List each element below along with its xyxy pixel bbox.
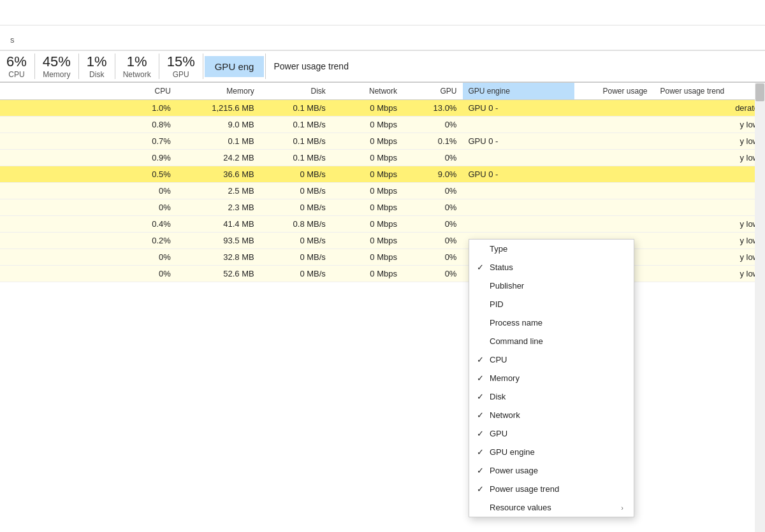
- table-row[interactable]: 0.4%41.4 MB0.8 MB/s0 Mbps0%y low: [0, 216, 765, 233]
- menu-item-label: Power usage trend: [490, 484, 623, 494]
- table-cell: [574, 117, 654, 133]
- table-row[interactable]: 0.9%24.2 MB0.1 MB/s0 Mbps0%y low: [0, 150, 765, 166]
- table-cell: 0 Mbps: [332, 233, 404, 249]
- context-menu-item-resourcevalues[interactable]: Resource values›: [469, 498, 634, 517]
- context-menu-item-pid[interactable]: PID: [469, 295, 634, 313]
- table-cell: 0.4%: [123, 216, 177, 233]
- close-button[interactable]: [736, 0, 765, 25]
- table-row[interactable]: 0.8%9.0 MB0.1 MB/s0 Mbps0%y low: [0, 117, 765, 133]
- table-cell: [0, 216, 123, 233]
- table-cell: [574, 100, 654, 117]
- col-header-cpu[interactable]: CPU: [123, 83, 177, 100]
- col-header-disk[interactable]: Disk: [261, 83, 332, 100]
- table-cell: [0, 199, 123, 216]
- maximize-button[interactable]: [706, 0, 736, 25]
- context-menu-item-memory[interactable]: ✓Memory: [469, 369, 634, 387]
- context-menu-item-gpuengine[interactable]: ✓GPU engine: [469, 443, 634, 461]
- tabbar: s: [0, 25, 765, 51]
- check-icon: ✓: [477, 484, 490, 494]
- table-cell: 1,215.6 MB: [177, 100, 261, 117]
- table-cell: y low: [654, 266, 766, 282]
- col-header-name[interactable]: [0, 83, 123, 100]
- col-header-powertrend[interactable]: Power usage trend: [654, 83, 766, 100]
- menu-item-label: GPU: [490, 429, 623, 438]
- table-cell: 0%: [404, 216, 463, 233]
- table-cell: derate: [654, 100, 766, 117]
- table-cell: 0 MB/s: [261, 266, 332, 282]
- table-row[interactable]: 0%32.8 MB0 MB/s0 Mbps0%y low: [0, 249, 765, 266]
- summary-network: 1% Network: [117, 54, 157, 79]
- table-cell: y low: [654, 216, 766, 233]
- main-area: 6% CPU 45% Memory 1% Disk 1% Network 15%…: [0, 51, 765, 532]
- divider-3: [115, 54, 115, 79]
- table-row[interactable]: 0%2.3 MB0 MB/s0 Mbps0%: [0, 199, 765, 216]
- scrollbar[interactable]: [755, 83, 765, 532]
- menu-item-label: Disk: [490, 392, 623, 401]
- check-icon: ✓: [477, 429, 490, 438]
- context-menu-item-cpu[interactable]: ✓CPU: [469, 350, 634, 369]
- table-row[interactable]: 0%2.5 MB0 MB/s0 Mbps0%: [0, 183, 765, 199]
- table-row[interactable]: 0%52.6 MB0 MB/s0 Mbps0%y low: [0, 266, 765, 282]
- context-menu: Type✓StatusPublisherPIDProcess nameComma…: [469, 239, 634, 517]
- table-cell: 36.6 MB: [177, 166, 261, 183]
- col-header-powerusage[interactable]: Power usage: [574, 83, 654, 100]
- summary-powertrend: Power usage trend: [267, 61, 355, 71]
- table-cell: 0.8%: [123, 117, 177, 133]
- check-icon: ✓: [477, 410, 490, 420]
- scrollbar-thumb[interactable]: [755, 83, 764, 101]
- check-icon: ✓: [477, 373, 490, 383]
- table-row[interactable]: 0.5%36.6 MB0 MB/s0 Mbps9.0%GPU 0 -: [0, 166, 765, 183]
- table-row[interactable]: 0.7%0.1 MB0.1 MB/s0 Mbps0.1%GPU 0 -y low: [0, 133, 765, 150]
- menu-item-label: PID: [490, 299, 623, 309]
- context-menu-item-type[interactable]: Type: [469, 240, 634, 258]
- context-menu-item-network[interactable]: ✓Network: [469, 406, 634, 424]
- table-cell: 0%: [123, 183, 177, 199]
- table-cell: 0 Mbps: [332, 117, 404, 133]
- context-menu-item-commandline[interactable]: Command line: [469, 332, 634, 350]
- gpu-label: GPU: [167, 70, 195, 79]
- network-percent: 1%: [123, 54, 151, 70]
- col-header-network[interactable]: Network: [332, 83, 404, 100]
- context-menu-item-publisher[interactable]: Publisher: [469, 277, 634, 295]
- submenu-arrow-icon: ›: [621, 504, 623, 512]
- table-cell: 0 MB/s: [261, 249, 332, 266]
- table-row[interactable]: 1.0%1,215.6 MB0.1 MB/s0 Mbps13.0%GPU 0 -…: [0, 100, 765, 117]
- table-cell: 0 Mbps: [332, 100, 404, 117]
- table-cell: [0, 233, 123, 249]
- table-cell: 0.1 MB: [177, 133, 261, 150]
- divider-2: [78, 54, 79, 79]
- table-cell: 0 MB/s: [261, 183, 332, 199]
- col-header-memory[interactable]: Memory: [177, 83, 261, 100]
- menu-item-label: Process name: [490, 318, 623, 327]
- table-cell: 0.1 MB/s: [261, 100, 332, 117]
- table-cell: [0, 183, 123, 199]
- table-cell: [574, 183, 654, 199]
- menu-item-label: Power usage: [490, 466, 623, 475]
- table-row[interactable]: 0.2%93.5 MB0 MB/s0 Mbps0%y low: [0, 233, 765, 249]
- table-cell: [463, 216, 574, 233]
- context-menu-item-powerusagetrend[interactable]: ✓Power usage trend: [469, 480, 634, 498]
- table-cell: 0 Mbps: [332, 249, 404, 266]
- table-cell: GPU 0 -: [463, 133, 574, 150]
- context-menu-item-disk[interactable]: ✓Disk: [469, 387, 634, 406]
- gpu-percent: 15%: [167, 54, 195, 70]
- gpuengine-label: GPU eng: [215, 61, 254, 72]
- table-cell: [463, 199, 574, 216]
- col-header-gpuengine[interactable]: GPU engine: [463, 83, 574, 100]
- tab-label[interactable]: s: [5, 35, 20, 50]
- table-cell: [574, 133, 654, 150]
- summary-memory: 45% Memory: [36, 54, 77, 79]
- titlebar: [0, 0, 765, 25]
- table-cell: 9.0 MB: [177, 117, 261, 133]
- context-menu-item-powerusage[interactable]: ✓Power usage: [469, 461, 634, 480]
- divider-5: [203, 54, 203, 79]
- table-cell: 0%: [404, 249, 463, 266]
- context-menu-item-gpu[interactable]: ✓GPU: [469, 424, 634, 443]
- summary-header: 6% CPU 45% Memory 1% Disk 1% Network 15%…: [0, 51, 765, 83]
- context-menu-item-processname[interactable]: Process name: [469, 313, 634, 332]
- col-header-gpu[interactable]: GPU: [404, 83, 463, 100]
- table-cell: y low: [654, 249, 766, 266]
- menu-item-label: Resource values: [490, 503, 621, 512]
- minimize-button[interactable]: [677, 0, 706, 25]
- context-menu-item-status[interactable]: ✓Status: [469, 258, 634, 277]
